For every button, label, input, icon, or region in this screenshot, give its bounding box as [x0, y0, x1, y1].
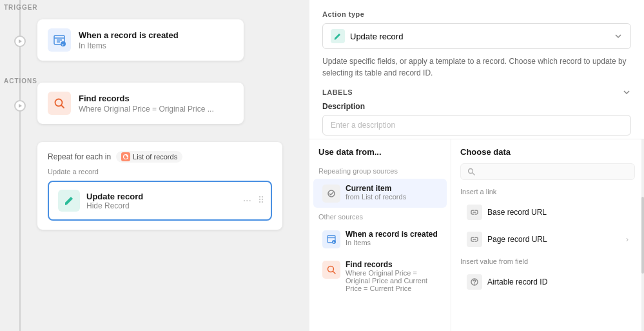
- insert-link-label: Insert a link: [460, 188, 635, 196]
- page-record-url-label: Page record URL: [487, 235, 547, 244]
- find-card-title: Find records: [79, 94, 214, 103]
- svg-point-30: [474, 283, 475, 285]
- current-item-source[interactable]: Current item from List of records: [313, 179, 447, 208]
- description-input[interactable]: Enter a description: [322, 115, 631, 135]
- update-card-subtitle: Hide Record: [86, 201, 143, 210]
- when-record-source-subtitle: In Items: [346, 239, 438, 246]
- update-card-title: Update record: [86, 192, 143, 201]
- when-card-text: When a record is created In Items: [79, 30, 179, 50]
- svg-line-24: [333, 272, 336, 274]
- action-type-select[interactable]: Update record: [322, 23, 631, 49]
- page-record-url-icon: [467, 232, 482, 247]
- update-card-icon: [58, 190, 80, 212]
- page-record-url-item[interactable]: Page record URL ›: [460, 226, 635, 252]
- svg-line-26: [473, 173, 474, 175]
- choose-data-title: Choose data: [460, 147, 635, 157]
- description-placeholder: Enter a description: [331, 121, 395, 130]
- find-card-text: Find records Where Original Price = Orig…: [79, 94, 214, 114]
- data-picker: Use data from... Repeating group sources…: [309, 139, 644, 331]
- repeat-title: Repeat for each in: [48, 152, 111, 161]
- when-record-source[interactable]: + When a record is created In Items: [313, 225, 447, 254]
- page-record-url-inner: Page record URL: [467, 232, 547, 247]
- choose-data-panel: Choose data Insert a link: [451, 139, 644, 331]
- drag-handle[interactable]: [258, 195, 264, 206]
- svg-point-14: [259, 199, 260, 200]
- scrollbar-thumb[interactable]: [641, 197, 644, 274]
- update-card-text: Update record Hide Record: [86, 192, 143, 210]
- page-record-url-chevron-icon: ›: [626, 235, 629, 244]
- search-box[interactable]: [460, 163, 635, 180]
- base-record-url-label: Base record URL: [487, 208, 547, 217]
- find-records-card[interactable]: Find records Where Original Price = Orig…: [37, 83, 244, 124]
- base-record-url-item[interactable]: Base record URL: [460, 199, 635, 225]
- left-panel: TRIGGER + When a record is created In It…: [0, 0, 309, 331]
- action-type-icon: [331, 29, 345, 43]
- actions-label: ACTIONS: [4, 77, 37, 85]
- svg-marker-0: [19, 39, 22, 43]
- repeating-group-label: Repeating group sources: [309, 163, 451, 177]
- svg-point-16: [259, 201, 260, 203]
- svg-text:+: +: [62, 43, 64, 46]
- description-label: Description: [322, 102, 631, 111]
- right-panel: Action type Update record Update specifi…: [309, 0, 644, 331]
- find-records-inner: Find records Where Original Price = Orig…: [322, 260, 438, 292]
- action-type-text: Update record: [350, 32, 403, 41]
- use-data-title: Use data from...: [309, 147, 451, 163]
- when-record-card[interactable]: + When a record is created In Items: [37, 19, 244, 61]
- current-item-title: Current item: [346, 184, 406, 193]
- base-record-url-icon: [467, 205, 482, 220]
- update-record-card[interactable]: Update record Hide Record ···: [48, 181, 272, 221]
- svg-marker-7: [19, 104, 22, 108]
- svg-line-9: [61, 105, 64, 108]
- labels-title: LABELS: [322, 88, 353, 96]
- when-record-source-text: When a record is created In Items: [346, 230, 438, 246]
- more-options-button[interactable]: ···: [243, 195, 251, 206]
- current-item-text: Current item from List of records: [346, 184, 406, 201]
- svg-point-25: [469, 169, 473, 174]
- other-sources-label: Other sources: [309, 209, 451, 223]
- airtable-record-id-icon: [467, 274, 482, 290]
- vertical-connector: [19, 0, 21, 331]
- airtable-record-id-label: Airtable record ID: [487, 277, 547, 286]
- svg-point-15: [262, 199, 263, 200]
- when-record-source-icon: +: [322, 230, 340, 248]
- when-record-icon: +: [48, 28, 71, 52]
- repeat-header: Repeat for each in List of records: [48, 151, 272, 163]
- when-card-subtitle: In Items: [79, 41, 179, 50]
- airtable-record-id-item[interactable]: Airtable record ID: [460, 269, 635, 295]
- action-type-label: Action type: [322, 10, 631, 18]
- action-panel: Action type Update record Update specifi…: [309, 0, 644, 154]
- dropdown-chevron-icon: [614, 32, 623, 41]
- find-records-source-title: Find records: [346, 260, 438, 269]
- find-records-source-text: Find records Where Original Price = Orig…: [346, 260, 438, 292]
- find-records-source-icon: [322, 261, 340, 279]
- find-records-source[interactable]: Find records Where Original Price = Orig…: [313, 255, 447, 297]
- when-record-inner: + When a record is created In Items: [322, 230, 438, 248]
- search-icon: [467, 168, 475, 176]
- update-label: Update a record: [48, 168, 272, 176]
- repeat-group: Repeat for each in List of records Updat…: [37, 142, 282, 230]
- action-description: Update specific fields, or apply a templ…: [322, 55, 631, 79]
- base-record-url-inner: Base record URL: [467, 205, 547, 220]
- use-data-panel: Use data from... Repeating group sources…: [309, 139, 451, 331]
- find-records-icon: [48, 92, 71, 115]
- svg-text:+: +: [333, 240, 335, 244]
- repeat-badge[interactable]: List of records: [116, 151, 182, 163]
- trigger-label: TRIGGER: [4, 4, 38, 11]
- actions-step-circle[interactable]: [14, 100, 26, 112]
- svg-point-13: [262, 196, 263, 197]
- find-card-subtitle: Where Original Price = Original Price ..…: [79, 105, 214, 114]
- current-item-subtitle: from List of records: [346, 193, 406, 201]
- trigger-step-circle[interactable]: [14, 35, 26, 47]
- repeat-badge-icon: [121, 152, 130, 161]
- when-record-source-title: When a record is created: [346, 230, 438, 239]
- labels-header: LABELS: [322, 88, 631, 97]
- labels-section: LABELS Description Enter a description: [322, 88, 631, 135]
- action-type-inner: Update record: [331, 29, 403, 43]
- svg-point-17: [262, 201, 263, 203]
- scrollbar-track: [641, 139, 644, 331]
- labels-chevron-icon: [622, 88, 631, 97]
- find-records-source-subtitle: Where Original Price = Original Price an…: [346, 269, 438, 292]
- airtable-record-id-inner: Airtable record ID: [467, 274, 547, 290]
- current-item-inner: Current item from List of records: [322, 184, 438, 203]
